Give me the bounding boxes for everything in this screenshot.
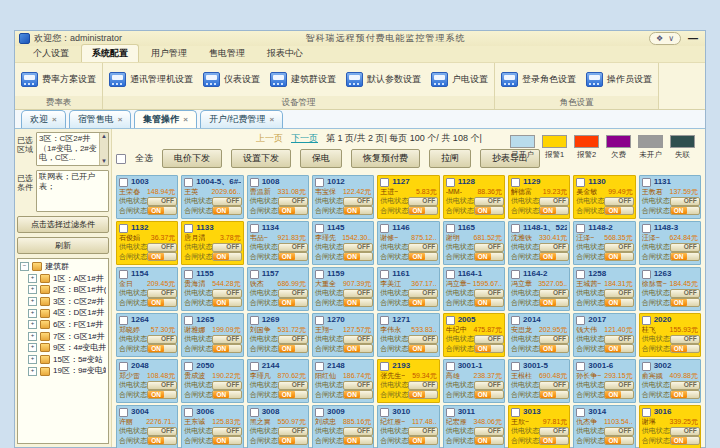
supply-toggle[interactable]: OFF [212, 197, 242, 206]
tab-3[interactable]: 开户/纪费管理× [200, 110, 283, 128]
supply-toggle[interactable]: OFF [604, 427, 634, 436]
meter-card[interactable]: 1164-1冯立章~1595.67..供电状态OFF合闸状态ON [443, 267, 505, 311]
switch-toggle[interactable]: ON [212, 206, 242, 215]
meter-card[interactable]: 3011纪宏雁348.06元供电状态OFF合闸状态ON [443, 405, 505, 448]
switch-toggle[interactable]: ON [539, 344, 569, 353]
select-all-checkbox[interactable] [116, 154, 126, 164]
tree-item-5[interactable]: +7区：G区1#井 [20, 331, 106, 343]
menu-item-1[interactable]: 系统配置 [81, 44, 139, 62]
toolbar-button-1[interactable]: 设置下发 [231, 149, 291, 168]
switch-toggle[interactable]: ON [408, 252, 438, 261]
refresh-button[interactable]: 刷新 [17, 237, 109, 254]
meter-checkbox[interactable] [380, 408, 389, 417]
expand-icon[interactable]: + [28, 343, 37, 352]
supply-toggle[interactable]: OFF [278, 427, 308, 436]
tree-item-0[interactable]: +1区：A区1#井 [20, 273, 106, 285]
switch-toggle[interactable]: ON [343, 252, 373, 261]
meter-checkbox[interactable] [511, 316, 520, 325]
ribbon-button-1-3[interactable]: 默认参数设置 [346, 72, 421, 87]
meter-card[interactable]: 1264郑晓婷57.30元供电状态OFF合闸状态ON [116, 313, 178, 357]
meter-card[interactable]: 1145李瑾先1542.30..供电状态OFF合闸状态ON [312, 221, 374, 265]
supply-toggle[interactable]: OFF [212, 381, 242, 390]
switch-toggle[interactable]: ON [670, 206, 700, 215]
supply-toggle[interactable]: OFF [212, 335, 242, 344]
supply-toggle[interactable]: OFF [670, 427, 700, 436]
meter-card[interactable]: 3002俞宾娥409.88元供电状态OFF合闸状态ON [639, 359, 701, 403]
meter-card[interactable]: 2048郑少雷108.48元供电状态OFF合闸状态ON [116, 359, 178, 403]
meter-checkbox[interactable] [315, 270, 324, 279]
meter-card[interactable]: 3001-1高雄238.37元供电状态OFF合闸状态ON [443, 359, 505, 403]
meter-checkbox[interactable] [642, 270, 651, 279]
switch-toggle[interactable]: ON [147, 436, 177, 445]
selected-condition-box[interactable]: 联网表；已开户表； [36, 170, 109, 212]
meter-checkbox[interactable] [576, 178, 585, 187]
supply-toggle[interactable]: OFF [408, 335, 438, 344]
meter-card[interactable]: 1269刘国争531.72元供电状态OFF合闸状态ON [247, 313, 309, 357]
meter-checkbox[interactable] [184, 408, 193, 417]
selected-region-box[interactable]: 3区：C区2#井 （1#变电，2#变电，C区... ▲▼ [36, 132, 109, 166]
meter-checkbox[interactable] [380, 316, 389, 325]
meter-card[interactable]: 1157铁杰686.99元供电状态OFF合闸状态ON [247, 267, 309, 311]
meter-card[interactable]: 1130吴金敏99.49元供电状态OFF合闸状态ON [573, 175, 635, 219]
meter-card[interactable]: 2014安思龙202.95元供电状态OFF合闸状态ON [508, 313, 570, 357]
expand-icon[interactable]: + [28, 274, 37, 283]
supply-toggle[interactable]: OFF [539, 243, 569, 252]
meter-card[interactable]: 3001-6孙长争~293.15元供电状态OFF合闸状态ON [573, 359, 635, 403]
meter-checkbox[interactable] [642, 178, 651, 187]
meter-card[interactable]: 1012韦宝保122.42元供电状态OFF合闸状态ON [312, 175, 374, 219]
tab-0[interactable]: 欢迎× [21, 110, 66, 128]
meter-card[interactable]: 3016谢琳339.25元供电状态OFF合闸状态ON [639, 405, 701, 448]
meter-card[interactable]: 2005牛纪中475.87元供电状态OFF合闸状态ON [443, 313, 505, 357]
meter-card[interactable]: 2144李瑾凡870.62元供电状态OFF合闸状态ON [247, 359, 309, 403]
supply-toggle[interactable]: OFF [539, 197, 569, 206]
switch-toggle[interactable]: ON [539, 390, 569, 399]
supply-toggle[interactable]: OFF [278, 243, 308, 252]
supply-toggle[interactable]: OFF [474, 197, 504, 206]
tree-item-2[interactable]: +3区：C区2#井（1#变... [20, 296, 106, 308]
menu-item-4[interactable]: 报表中心 [257, 45, 313, 62]
supply-toggle[interactable]: OFF [670, 243, 700, 252]
menu-item-2[interactable]: 用户管理 [141, 45, 197, 62]
switch-toggle[interactable]: ON [474, 298, 504, 307]
switch-toggle[interactable]: ON [278, 390, 308, 399]
switch-toggle[interactable]: ON [474, 344, 504, 353]
supply-toggle[interactable]: OFF [278, 381, 308, 390]
meter-card[interactable]: 1148-2汪泽~568.35元供电状态OFF合闸状态ON [573, 221, 635, 265]
switch-toggle[interactable]: ON [278, 344, 308, 353]
switch-toggle[interactable]: ON [604, 206, 634, 215]
supply-toggle[interactable]: OFF [604, 381, 634, 390]
switch-toggle[interactable]: ON [539, 298, 569, 307]
expand-icon[interactable]: + [28, 355, 37, 364]
meter-checkbox[interactable] [184, 178, 193, 187]
toolbar-button-3[interactable]: 恢复预付费 [351, 149, 420, 168]
switch-toggle[interactable]: ON [604, 390, 634, 399]
meter-card[interactable]: 1132石俊娟36.37元供电状态OFF合闸状态ON [116, 221, 178, 265]
region-scrollbar[interactable]: ▲▼ [99, 133, 108, 165]
switch-toggle[interactable]: ON [539, 436, 569, 445]
meter-checkbox[interactable] [315, 362, 324, 371]
tree-item-3[interactable]: +4区：D区1#井（D区1... [20, 307, 106, 319]
meter-checkbox[interactable] [576, 270, 585, 279]
expand-icon[interactable]: + [28, 297, 37, 306]
meter-card[interactable]: 2020桂飞155.93元供电状态OFF合闸状态ON [639, 313, 701, 357]
tree-item-4[interactable]: +6区：F区1#井（F区1#... [20, 319, 106, 331]
switch-toggle[interactable]: ON [408, 206, 438, 215]
supply-toggle[interactable]: OFF [539, 427, 569, 436]
meter-checkbox[interactable] [446, 408, 455, 417]
meter-card[interactable]: 1134韦品~921.83元供电状态OFF合闸状态ON [247, 221, 309, 265]
switch-toggle[interactable]: ON [408, 298, 438, 307]
close-icon[interactable]: × [270, 115, 275, 124]
ribbon-button-1-0[interactable]: 通讯管理机设置 [109, 72, 193, 87]
supply-toggle[interactable]: OFF [147, 197, 177, 206]
meter-checkbox[interactable] [446, 224, 455, 233]
meter-checkbox[interactable] [576, 362, 585, 371]
tab-2[interactable]: 集管操作× [134, 110, 197, 128]
ribbon-button-2-0[interactable]: 登录角色设置 [501, 72, 576, 87]
meter-card[interactable]: 1008曹温新331.08元供电状态OFF合闸状态ON [247, 175, 309, 219]
switch-toggle[interactable]: ON [212, 298, 242, 307]
switch-toggle[interactable]: ON [278, 252, 308, 261]
supply-toggle[interactable]: OFF [408, 197, 438, 206]
supply-toggle[interactable]: OFF [539, 335, 569, 344]
switch-toggle[interactable]: ON [212, 344, 242, 353]
close-icon[interactable]: × [52, 115, 57, 124]
